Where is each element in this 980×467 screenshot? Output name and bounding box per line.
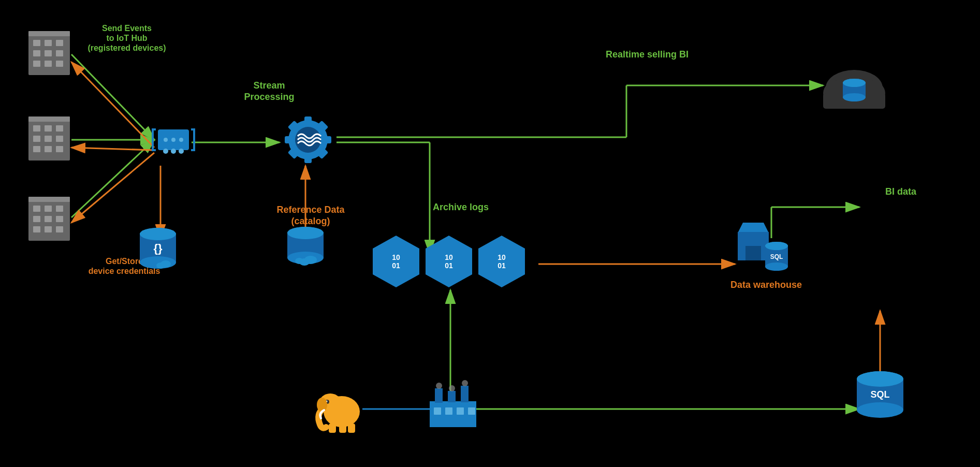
svg-point-121 xyxy=(765,242,788,250)
svg-rect-49 xyxy=(28,197,70,202)
svg-rect-40 xyxy=(45,125,52,132)
send-events-label: Send Eventsto IoT Hub(registered devices… xyxy=(80,23,173,53)
hex-group: 1001 1001 1001 xyxy=(373,236,525,287)
svg-rect-52 xyxy=(56,206,63,212)
svg-point-95 xyxy=(295,258,303,264)
hex-2: 1001 xyxy=(426,236,472,287)
svg-line-7 xyxy=(71,62,154,148)
svg-point-80 xyxy=(295,127,321,153)
reference-data-label: Reference Data(catalog) xyxy=(254,205,368,227)
svg-point-100 xyxy=(317,398,327,412)
svg-point-71 xyxy=(179,149,184,154)
svg-rect-105 xyxy=(435,388,443,403)
svg-rect-58 xyxy=(56,226,63,232)
svg-rect-39 xyxy=(33,125,40,132)
svg-point-120 xyxy=(765,262,788,271)
svg-point-60 xyxy=(164,138,168,142)
stream-processing-label: StreamProcessing xyxy=(223,80,316,103)
svg-point-75 xyxy=(140,228,176,240)
svg-rect-108 xyxy=(434,407,441,415)
svg-point-92 xyxy=(287,227,324,239)
svg-rect-81 xyxy=(304,116,312,126)
svg-rect-65 xyxy=(152,128,154,151)
svg-rect-110 xyxy=(457,407,464,415)
svg-text:SQL: SQL xyxy=(770,253,783,260)
svg-rect-41 xyxy=(56,125,63,132)
blob-storage-icon xyxy=(280,223,331,271)
svg-rect-117 xyxy=(745,246,761,260)
svg-rect-34 xyxy=(33,61,40,67)
cloud-bi-icon xyxy=(818,60,890,129)
svg-marker-115 xyxy=(738,223,769,233)
building-1 xyxy=(26,28,72,80)
svg-point-113 xyxy=(449,385,455,391)
svg-text:{}: {} xyxy=(153,242,163,255)
factory-icon xyxy=(425,375,481,434)
svg-line-6 xyxy=(71,140,154,217)
svg-line-8 xyxy=(71,148,154,150)
svg-rect-46 xyxy=(45,146,52,152)
svg-text:SQL: SQL xyxy=(870,389,889,400)
svg-rect-33 xyxy=(56,50,63,56)
architecture-diagram: Send Eventsto IoT Hub(registered devices… xyxy=(0,0,980,467)
iot-hub-icon xyxy=(148,114,199,168)
svg-point-130 xyxy=(843,79,866,87)
svg-rect-56 xyxy=(33,226,40,232)
sql-bottom-icon: SQL xyxy=(849,368,911,427)
svg-rect-31 xyxy=(33,50,40,56)
svg-rect-35 xyxy=(45,61,52,67)
svg-point-69 xyxy=(171,149,176,154)
svg-point-61 xyxy=(171,138,175,142)
hex-3: 1001 xyxy=(478,236,525,287)
realtime-bi-label: Realtime selling BI xyxy=(569,49,725,61)
svg-point-134 xyxy=(857,371,903,387)
svg-rect-68 xyxy=(193,128,195,151)
data-warehouse-label: Data warehouse xyxy=(714,280,818,291)
svg-rect-83 xyxy=(285,136,294,143)
hadoop-icon xyxy=(311,378,368,437)
svg-point-114 xyxy=(462,380,468,386)
svg-point-70 xyxy=(163,149,168,154)
svg-rect-28 xyxy=(33,40,40,46)
svg-rect-111 xyxy=(468,407,475,415)
svg-rect-27 xyxy=(28,31,70,36)
svg-rect-43 xyxy=(45,136,52,142)
svg-rect-84 xyxy=(322,136,331,143)
svg-point-133 xyxy=(857,402,903,418)
svg-line-9 xyxy=(71,153,154,223)
svg-point-62 xyxy=(179,138,183,142)
svg-rect-101 xyxy=(329,424,336,433)
cosmosdb-icon: {} xyxy=(132,223,184,276)
archive-logs-label: Archive logs xyxy=(409,202,513,213)
svg-rect-54 xyxy=(45,216,52,222)
svg-rect-32 xyxy=(45,50,52,56)
svg-rect-42 xyxy=(33,136,40,142)
bi-data-label: BI data xyxy=(870,186,932,198)
svg-rect-107 xyxy=(461,386,469,402)
svg-rect-51 xyxy=(45,206,52,212)
svg-point-112 xyxy=(436,383,442,389)
svg-rect-82 xyxy=(304,154,312,163)
svg-rect-38 xyxy=(28,116,70,122)
svg-rect-57 xyxy=(45,226,52,232)
svg-rect-29 xyxy=(45,40,52,46)
svg-point-78 xyxy=(156,262,165,269)
svg-rect-50 xyxy=(33,206,40,212)
svg-rect-55 xyxy=(56,216,63,222)
svg-rect-103 xyxy=(348,424,355,433)
building-3 xyxy=(26,194,72,245)
stream-analytics-icon xyxy=(280,111,337,170)
svg-rect-109 xyxy=(445,407,452,415)
hex-1: 1001 xyxy=(373,236,419,287)
svg-rect-44 xyxy=(56,136,63,142)
svg-rect-53 xyxy=(33,216,40,222)
svg-rect-47 xyxy=(56,146,63,152)
svg-point-129 xyxy=(843,93,866,101)
svg-rect-45 xyxy=(33,146,40,152)
svg-rect-36 xyxy=(56,61,63,67)
svg-rect-30 xyxy=(56,40,63,46)
sql-dw-icon: SQL xyxy=(720,217,792,282)
svg-rect-106 xyxy=(448,391,456,402)
svg-rect-102 xyxy=(339,424,346,433)
svg-line-4 xyxy=(71,54,154,140)
